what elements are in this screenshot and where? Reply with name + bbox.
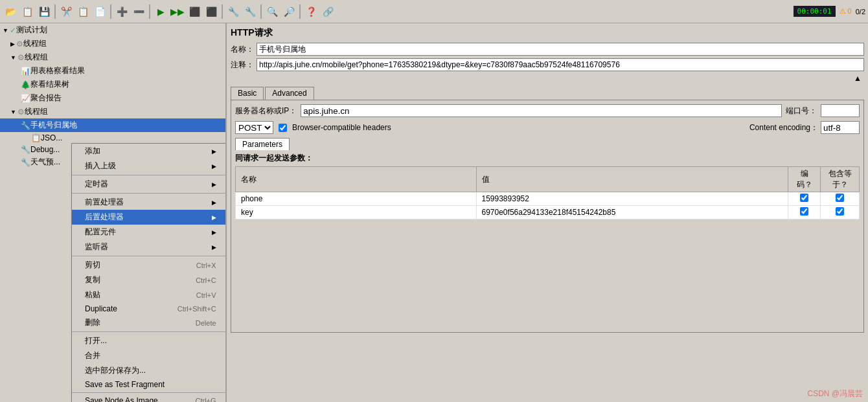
toolbar-open[interactable]: 📂 [3,4,18,19]
expand-threads1: ▶ [10,41,15,47]
param-include-1[interactable] [836,207,844,216]
browser-compat-checkbox[interactable] [279,124,287,132]
toolbar-copy[interactable]: 📋 [75,4,91,19]
param-value-0: 15993893952 [476,192,788,206]
ctx-copy[interactable]: 复制 Ctrl+C [72,273,227,287]
ctx-postprocessor[interactable]: 后置处理器 [72,210,227,225]
toolbar-sep3 [149,5,150,19]
param-name-1: key [236,206,477,219]
tree-item-tree-view[interactable]: 🌲 察看结果树 [0,78,225,91]
param-encode-1[interactable] [800,207,808,216]
tab-basic[interactable]: Basic [231,87,264,100]
tree-label-agg-report: 聚合报告 [30,93,62,104]
comment-input[interactable] [257,58,864,71]
toolbar-run[interactable]: ▶ [153,4,168,19]
collapse-arrow[interactable]: ▲ [854,74,862,83]
tree-label-thread-group: 线程组 [25,52,48,63]
toolbar-sep6 [299,5,301,19]
name-label: 名称： [231,44,254,55]
tree-view-icon: 🌲 [21,80,30,89]
ctx-timer[interactable]: 定时器 [72,177,227,192]
ctx-save-node-image[interactable]: Save Node As Image Ctrl+G [72,394,227,402]
tree-item-thread-group2[interactable]: ▼ ⚙ 线程组 [0,105,225,118]
plan-icon: ✓ [10,26,16,35]
ctx-cut[interactable]: 剪切 Ctrl+X [72,258,227,273]
ctx-save-fragment[interactable]: Save as Test Fragment [72,378,227,391]
server-input[interactable] [301,104,782,117]
toolbar-ratio: 0/2 [856,8,865,16]
param-encode-0[interactable] [800,194,808,202]
tree-label-table-view: 用表格察看结果 [30,65,85,76]
ctx-delete[interactable]: 删除 Delete [72,315,227,330]
right-panel: HTTP请求 名称： 注释： ▲ Basic Advanced 服务器名称或IP… [227,23,868,402]
tree-item-thread-group[interactable]: ▼ ⚙ 线程组 [0,50,225,64]
ctx-duplicate[interactable]: Duplicate Ctrl+Shift+C [72,302,227,315]
ctx-sep5 [72,392,227,393]
tree-item-json-extractor[interactable]: 📋 JSO... [0,132,225,144]
toolbar-cut[interactable]: ✂️ [58,4,74,19]
tree-item-plan[interactable]: ▼ ✓ 测试计划 [0,23,225,37]
toolbar-link[interactable]: 🔗 [320,4,336,19]
ctx-paste[interactable]: 粘贴 Ctrl+V [72,287,227,302]
toolbar-stop[interactable]: ⬛ [187,4,202,19]
ctx-merge[interactable]: 合并 [72,348,227,363]
toolbar-add[interactable]: ➕ [114,4,130,19]
toolbar-save[interactable]: 💾 [36,4,52,19]
tree-label-thread-group2: 线程组 [25,106,48,117]
ctx-insert-parent[interactable]: 插入上级 [72,159,227,173]
comment-row: 注释： [231,58,864,71]
ctx-listener[interactable]: 监听器 [72,240,227,254]
port-input[interactable] [821,104,860,117]
comment-label: 注释： [231,60,254,71]
expand-thread-group2: ▼ [10,109,16,115]
toolbar-paste[interactable]: 📄 [92,4,108,19]
tabs: Basic Advanced [231,87,864,100]
toolbar-shutdown[interactable]: ⬛ [203,4,219,19]
left-panel: ▼ ✓ 测试计划 ▶ ⚙ 线程组 ▼ ⚙ 线程组 📊 用表格察看结果 🌲 察看结… [0,23,227,402]
name-input[interactable] [257,43,864,56]
ctx-save-partial[interactable]: 选中部分保存为... [72,363,227,378]
panel-title: HTTP请求 [231,27,864,39]
expand-thread-group: ▼ [10,54,16,61]
method-select[interactable]: POST GET [235,121,273,134]
table-view-icon: 📊 [21,67,30,76]
params-tab-parameters[interactable]: Parameters [235,138,290,150]
col-encode: 编码？ [788,167,821,192]
params-table: 名称 值 编码？ 包含等于？ phone 15993893952 [235,166,860,219]
toolbar-templates[interactable]: 📋 [19,4,35,19]
toolbar-sep5 [260,5,262,19]
toolbar-sep2 [110,5,111,19]
ctx-sep2 [72,193,227,194]
agg-report-icon: 📈 [21,94,30,103]
toolbar-clear-all[interactable]: 🔧 [242,4,258,19]
toolbar-search[interactable]: 🔍 [264,4,280,19]
ctx-open[interactable]: 打开... [72,333,227,348]
browser-compat-label: Browser-compatible headers [292,123,391,132]
param-value-1: 6970e0f56a294133e218f45154242b85 [476,206,788,219]
tree-label-tree-view: 察看结果树 [30,79,69,90]
content-encoding-input[interactable] [821,121,860,134]
phone-req-icon: 🔧 [21,121,30,130]
param-include-0[interactable] [836,194,844,202]
toolbar-remove[interactable]: ➖ [131,4,146,19]
ctx-add[interactable]: 添加 [72,144,227,159]
toolbar-help[interactable]: ❓ [303,4,319,19]
tree-item-threads1[interactable]: ▶ ⚙ 线程组 [0,37,225,50]
tree-label-phone-req: 手机号归属地 [30,120,77,131]
toolbar-clear[interactable]: 🔧 [225,4,241,19]
toolbar-run-no-pause[interactable]: ▶▶ [170,4,185,19]
tree-label-debug: Debug... [30,145,60,154]
ctx-config[interactable]: 配置元件 [72,225,227,240]
params-tabs: Parameters [235,138,860,150]
tree-item-table-view[interactable]: 📊 用表格察看结果 [0,64,225,78]
threads1-icon: ⚙ [16,39,23,49]
server-row: 服务器名称或IP： 端口号： [235,104,860,117]
table-row: phone 15993893952 [236,192,860,206]
tree-item-agg-report[interactable]: 📈 聚合报告 [0,91,225,105]
ctx-preprocessor[interactable]: 前置处理器 [72,195,227,210]
debug-icon: 🔧 [21,145,30,154]
table-row: key 6970e0f56a294133e218f45154242b85 [236,206,860,219]
tab-advanced[interactable]: Advanced [265,87,314,100]
toolbar-search2[interactable]: 🔎 [281,4,297,19]
tree-item-phone-req[interactable]: 🔧 手机号归属地 [0,118,225,132]
